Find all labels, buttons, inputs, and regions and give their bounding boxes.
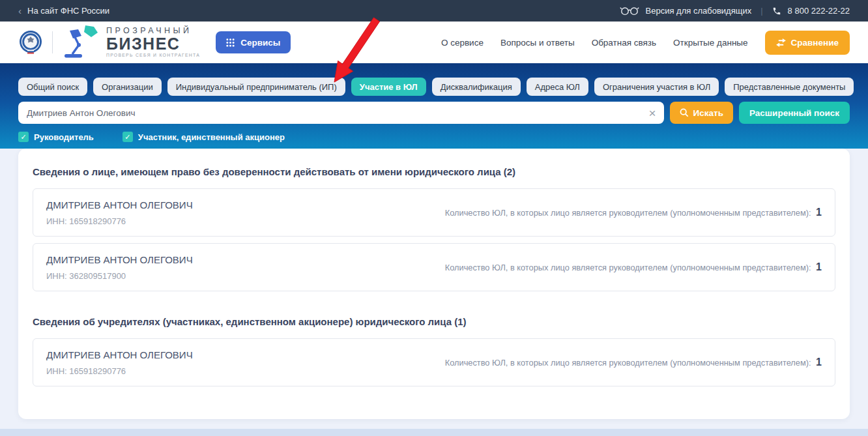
section-title: Сведения о лице, имеющем право без довер… — [33, 166, 835, 177]
result-person-name[interactable]: ДМИТРИЕВ АНТОН ОЛЕГОВИЧ — [46, 254, 193, 265]
header-nav: О сервисеВопросы и ответыОбратная связьО… — [441, 31, 850, 55]
accessibility-link[interactable]: Версия для слабовидящих — [646, 6, 752, 16]
result-row[interactable]: ДМИТРИЕВ АНТОН ОЛЕГОВИЧИНН: 362809517900… — [33, 243, 835, 291]
nav-link[interactable]: О сервисе — [441, 38, 484, 48]
grid-icon — [226, 38, 235, 47]
main-content: Сведения о лице, имеющем право без довер… — [0, 149, 868, 435]
topbar-right: Версия для слабовидящих | 8 800 222-22-2… — [620, 6, 850, 16]
logo-tagline: ПРОВЕРЬ СЕБЯ И КОНТРАГЕНТА — [106, 53, 200, 58]
checkbox-checked-icon[interactable]: ✓ — [18, 132, 29, 142]
search-button-label: Искать — [693, 108, 723, 118]
search-section: Общий поискОрганизацииИндивидуальный пре… — [0, 63, 868, 149]
search-input-wrap: × — [18, 102, 664, 124]
search-tab[interactable]: Представленные документы — [725, 78, 854, 96]
logo-line2: БИЗНЕС — [106, 36, 200, 52]
back-chevron-icon: ‹ — [18, 6, 22, 16]
logo-line1: ПРОЗРАЧНЫЙ — [106, 27, 200, 35]
result-person-name[interactable]: ДМИТРИЕВ АНТОН ОЛЕГОВИЧ — [46, 349, 193, 360]
footer-strip — [0, 429, 868, 436]
filter-checkbox-item[interactable]: ✓Руководитель — [18, 132, 94, 142]
phone-number[interactable]: 8 800 222-22-22 — [788, 6, 850, 16]
search-tab-active[interactable]: Участие в ЮЛ — [351, 78, 426, 96]
search-tabs: Общий поискОрганизацииИндивидуальный пре… — [18, 78, 850, 96]
search-tab[interactable]: Дисквалификация — [432, 78, 521, 96]
search-button[interactable]: Искать — [670, 102, 733, 124]
services-button-label: Сервисы — [240, 38, 280, 48]
services-button[interactable]: Сервисы — [216, 31, 291, 53]
filters-row: ✓Руководитель✓Участник, единственный акц… — [18, 132, 850, 142]
result-count-label: Количество ЮЛ, в которых лицо является р… — [445, 261, 822, 273]
result-count-value: 1 — [816, 356, 822, 368]
result-count-label: Количество ЮЛ, в которых лицо является р… — [445, 207, 822, 218]
logo-text[interactable]: ПРОЗРАЧНЫЙ БИЗНЕС ПРОВЕРЬ СЕБЯ И КОНТРАГ… — [106, 27, 200, 57]
search-icon — [680, 108, 689, 117]
result-count-value: 1 — [816, 261, 822, 272]
checkbox-checked-icon[interactable]: ✓ — [123, 132, 133, 142]
filter-label: Участник, единственный акционер — [138, 132, 285, 142]
topbar: ‹ На сайт ФНС России Версия для слабовид… — [0, 0, 868, 22]
advanced-search-button[interactable]: Расширенный поиск — [739, 102, 850, 124]
logo-divider — [52, 31, 53, 53]
fns-emblem-logo[interactable] — [18, 30, 43, 55]
search-tab[interactable]: Общий поиск — [18, 78, 87, 96]
result-left: ДМИТРИЕВ АНТОН ОЛЕГОВИЧИНН: 165918290776 — [46, 199, 193, 226]
nav-link[interactable]: Вопросы и ответы — [500, 38, 575, 48]
search-tab[interactable]: Адреса ЮЛ — [527, 78, 588, 96]
result-row[interactable]: ДМИТРИЕВ АНТОН ОЛЕГОВИЧИНН: 165918290776… — [33, 338, 835, 386]
result-count-label: Количество ЮЛ, в которых лицо является р… — [445, 356, 822, 368]
nav-link[interactable]: Открытые данные — [673, 38, 747, 48]
result-inn: ИНН: 165918290776 — [46, 366, 193, 376]
back-link-label: На сайт ФНС России — [27, 6, 109, 16]
result-inn: ИНН: 165918290776 — [46, 216, 193, 226]
compare-arrows-icon — [776, 38, 786, 47]
filter-checkbox-item[interactable]: ✓Участник, единственный акционер — [123, 132, 285, 142]
search-tab[interactable]: Индивидуальный предприниматель (ИП) — [167, 78, 345, 96]
result-left: ДМИТРИЕВ АНТОН ОЛЕГОВИЧИНН: 362809517900 — [46, 254, 193, 281]
result-inn: ИНН: 362809517900 — [46, 271, 193, 281]
nav-link[interactable]: Обратная связь — [592, 38, 656, 48]
lamp-logo-icon[interactable] — [62, 25, 100, 60]
header: ПРОЗРАЧНЫЙ БИЗНЕС ПРОВЕРЬ СЕБЯ И КОНТРАГ… — [0, 22, 868, 63]
back-link[interactable]: ‹ На сайт ФНС России — [18, 6, 109, 16]
filter-label: Руководитель — [34, 132, 94, 142]
search-row: × Искать Расширенный поиск — [18, 102, 850, 124]
topbar-separator: | — [760, 6, 762, 16]
result-left: ДМИТРИЕВ АНТОН ОЛЕГОВИЧИНН: 165918290776 — [46, 349, 193, 376]
header-left: ПРОЗРАЧНЫЙ БИЗНЕС ПРОВЕРЬ СЕБЯ И КОНТРАГ… — [18, 25, 291, 60]
phone-icon — [772, 7, 781, 16]
search-input[interactable] — [18, 102, 664, 124]
compare-button-label: Сравнение — [791, 38, 839, 48]
compare-button[interactable]: Сравнение — [765, 31, 850, 55]
result-row[interactable]: ДМИТРИЕВ АНТОН ОЛЕГОВИЧИНН: 165918290776… — [33, 188, 835, 237]
section-title: Сведения об учредителях (участниках, еди… — [33, 316, 835, 327]
glasses-icon — [620, 6, 639, 16]
search-tab[interactable]: Ограничения участия в ЮЛ — [594, 78, 719, 96]
result-person-name[interactable]: ДМИТРИЕВ АНТОН ОЛЕГОВИЧ — [46, 199, 193, 211]
clear-icon[interactable]: × — [649, 107, 656, 119]
search-tab[interactable]: Организации — [93, 78, 162, 96]
result-count-value: 1 — [816, 207, 822, 218]
results-card: Сведения о лице, имеющем право без довер… — [18, 149, 850, 419]
